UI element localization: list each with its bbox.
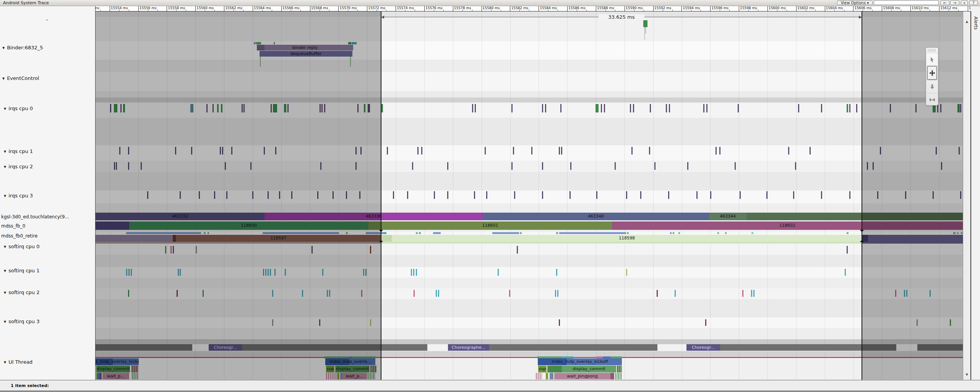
irqs-cpu-0-event-tick[interactable] [630, 104, 631, 112]
irqs-cpu-1-event-tick[interactable] [631, 147, 633, 155]
irqs-cpu-0-event-tick[interactable] [669, 104, 670, 112]
scroll-up-icon[interactable]: ▲ [963, 20, 970, 23]
slice-mark[interactable] [673, 232, 674, 234]
irqs-cpu-1-event-tick[interactable] [719, 147, 720, 155]
sidebar-track-ui-thread[interactable]: ▼UI Thread [4, 359, 99, 365]
collapse-arrow-icon[interactable]: ▼ [4, 361, 6, 364]
softirq-cpu-1-event-tick[interactable] [413, 269, 414, 276]
slice-mark[interactable] [381, 242, 862, 244]
slice-mark[interactable] [492, 232, 519, 234]
irqs-cpu-1-event-tick[interactable] [421, 147, 422, 155]
irqs-cpu-2-event-tick[interactable] [447, 162, 448, 170]
slice-mark[interactable] [550, 373, 553, 379]
irqs-cpu-3-event-tick[interactable] [570, 191, 571, 199]
collapse-arrow-icon[interactable]: ▼ [4, 269, 6, 273]
softirq-cpu-2-event-tick[interactable] [436, 290, 437, 297]
selection-marker-line[interactable] [862, 11, 862, 380]
irqs-cpu-3-event-tick[interactable] [710, 191, 711, 199]
nav-back-button[interactable]: ← [940, 0, 949, 5]
irqs-cpu-0-event-tick[interactable] [856, 104, 857, 112]
irqs-cpu-2-event-tick[interactable] [615, 162, 616, 170]
sidebar-track-softirq-cpu-0[interactable]: ▼softirq cpu 0 [4, 244, 99, 249]
softirq-cpu-2-event-tick[interactable] [675, 290, 676, 297]
softirq-cpu-1-event-tick[interactable] [626, 269, 627, 276]
slice-mark[interactable] [536, 373, 542, 379]
irqs-cpu-0-event-tick[interactable] [706, 104, 707, 112]
irqs-cpu-3-event-tick[interactable] [740, 191, 741, 199]
irqs-cpu-0-event-tick[interactable] [542, 104, 543, 112]
pan-tool-button[interactable] [927, 66, 937, 80]
irqs-cpu-2-event-tick[interactable] [511, 162, 513, 170]
sidebar-track-softirq-cpu-2[interactable]: ▼softirq cpu 2 [4, 290, 99, 295]
sidebar-track-irqs-cpu-0[interactable]: ▼irqs cpu 0 [4, 106, 99, 111]
sidebar-track-binder-6832-5[interactable]: ▼Binder:6832_5 [2, 45, 98, 50]
softirq-cpu-2-event-tick[interactable] [509, 290, 510, 297]
sidebar-track-mark[interactable]: _ [46, 15, 141, 20]
irqs-cpu-0-event-tick[interactable] [511, 104, 513, 112]
slice-mark[interactable] [419, 232, 421, 234]
slice-mark[interactable] [610, 373, 614, 379]
irqs-cpu-1-event-tick[interactable] [513, 147, 514, 155]
irqs-cpu-0-event-tick[interactable] [666, 104, 667, 112]
timeline-canvas[interactable]: binder replydequeueBuffer463332463336463… [96, 11, 963, 380]
irqs-cpu-1-event-tick[interactable] [649, 147, 650, 155]
slice-mark[interactable] [546, 373, 548, 379]
irqs-cpu-3-event-tick[interactable] [696, 191, 698, 199]
slice-display-commit[interactable]: display_commit [562, 366, 616, 372]
softirq-cpu-2-event-tick[interactable] [557, 290, 558, 297]
slice-mark[interactable] [751, 232, 753, 234]
view-options-button[interactable]: View Options ▾ [837, 0, 873, 5]
slice-mark[interactable] [627, 232, 629, 234]
palette-grip[interactable] [928, 49, 936, 52]
slice-463344[interactable]: 463344 [709, 213, 746, 220]
irqs-cpu-3-event-tick[interactable] [766, 191, 767, 199]
irqs-cpu-0-event-tick[interactable] [849, 104, 850, 112]
slice-wait-pingpong[interactable]: wait_pingpong [554, 373, 610, 379]
sidebar-track-irqs-cpu-3[interactable]: ▼irqs cpu 3 [4, 193, 99, 198]
slice-118601[interactable]: 118601 [368, 221, 612, 230]
irqs-cpu-3-event-tick[interactable] [486, 191, 487, 199]
slice-mark[interactable] [416, 232, 418, 234]
vertical-scrollbar[interactable]: ▲ ▼ [963, 11, 971, 380]
softirq-cpu-2-event-tick[interactable] [753, 290, 754, 297]
slice-mark[interactable] [489, 344, 657, 351]
irqs-cpu-3-event-tick[interactable] [596, 191, 597, 199]
slice-mark[interactable] [717, 232, 719, 234]
softirq-cpu-2-event-tick[interactable] [742, 290, 743, 297]
slice-mark[interactable] [670, 232, 672, 234]
softirq-cpu-2-event-tick[interactable] [555, 290, 556, 297]
collapse-arrow-icon[interactable]: ▼ [4, 320, 6, 324]
irqs-cpu-3-event-tick[interactable] [668, 191, 669, 199]
irqs-cpu-1-event-tick[interactable] [531, 147, 532, 155]
irqs-cpu-2-event-tick[interactable] [795, 162, 796, 170]
irqs-cpu-3-event-tick[interactable] [626, 191, 627, 199]
irqs-cpu-2-event-tick[interactable] [542, 162, 543, 170]
irqs-cpu-0-event-tick[interactable] [472, 104, 473, 112]
irqs-cpu-0-event-tick[interactable] [595, 104, 599, 112]
irqs-cpu-0-event-tick[interactable] [633, 104, 634, 112]
select-tool-button[interactable] [926, 53, 938, 66]
irqs-cpu-0-event-tick[interactable] [545, 104, 546, 112]
irqs-cpu-2-event-tick[interactable] [570, 162, 571, 170]
collapse-arrow-icon[interactable]: ▼ [2, 46, 5, 50]
zoom-tool-button[interactable] [926, 80, 938, 93]
sidebar-track-mdss-fb0-retire[interactable]: mdss_fb0_retire [1, 233, 97, 239]
slice-mark[interactable] [725, 232, 727, 234]
irqs-cpu-3-event-tick[interactable] [474, 191, 475, 199]
collapse-arrow-icon[interactable]: ▼ [4, 194, 6, 198]
collapse-arrow-icon[interactable]: ▼ [4, 107, 6, 111]
irqs-cpu-1-event-tick[interactable] [716, 147, 717, 155]
softirq-cpu-2-event-tick[interactable] [657, 290, 658, 297]
softirq-cpu-0-event-tick[interactable] [517, 246, 518, 254]
irqs-cpu-2-event-tick[interactable] [687, 162, 688, 170]
irqs-cpu-0-event-tick[interactable] [798, 104, 799, 112]
slice-mark[interactable] [847, 232, 849, 234]
slice-mark[interactable] [383, 232, 386, 234]
slice-mark[interactable] [547, 366, 562, 372]
slice-mark[interactable] [643, 20, 647, 27]
irqs-cpu-0-event-tick[interactable] [847, 104, 848, 112]
slice-mark[interactable] [556, 232, 558, 234]
softirq-cpu-3-event-tick[interactable] [559, 319, 560, 326]
sidebar-track-irqs-cpu-1[interactable]: ▼irqs cpu 1 [4, 148, 99, 154]
softirq-cpu-1-event-tick[interactable] [411, 269, 412, 276]
